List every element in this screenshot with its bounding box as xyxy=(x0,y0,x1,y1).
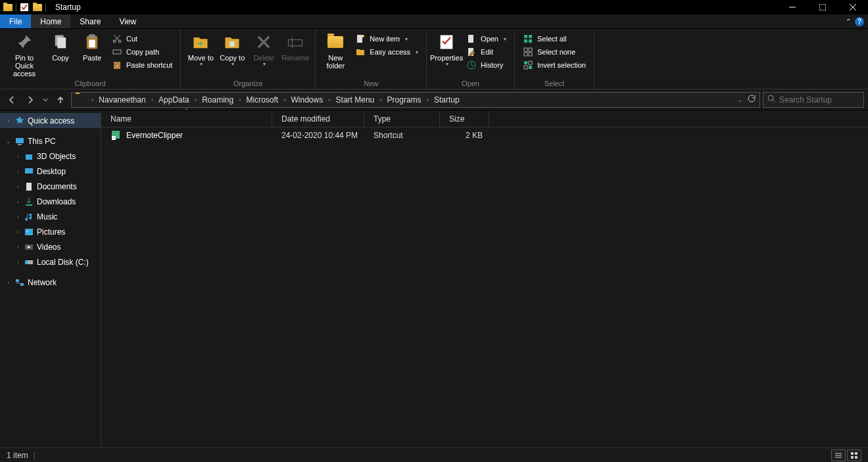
chevron-right-icon[interactable]: › xyxy=(5,118,12,124)
ribbon-tabs: File Home Share View ⌃ ? xyxy=(0,14,868,29)
chevron-right-icon[interactable]: › xyxy=(282,96,287,103)
chevron-right-icon[interactable]: › xyxy=(150,96,155,103)
rename-icon xyxy=(286,33,304,51)
back-button[interactable] xyxy=(4,92,20,108)
tree-item[interactable]: ›Music xyxy=(0,209,101,224)
group-label-new: New xyxy=(364,80,378,89)
chevron-right-icon[interactable]: › xyxy=(14,198,21,205)
crumb[interactable]: Startup xyxy=(430,95,464,104)
sort-indicator-icon: ⌃ xyxy=(184,108,189,114)
rename-button[interactable]: Rename xyxy=(279,30,311,62)
crumb[interactable]: Microsoft xyxy=(243,95,283,104)
chevron-right-icon[interactable]: › xyxy=(237,96,242,103)
open-button[interactable]: Open▾ xyxy=(464,33,509,45)
delete-button[interactable]: Delete▾ xyxy=(248,30,279,68)
chevron-right-icon[interactable]: › xyxy=(14,168,21,175)
ribbon-group-open: Properties▾ Open▾ Edit History Open xyxy=(427,29,515,89)
collapse-ribbon-button[interactable]: ⌃ xyxy=(846,18,851,25)
table-row[interactable]: EvernoteClipper 24-02-2020 10:44 PM Shor… xyxy=(101,127,868,143)
chevron-right-icon[interactable]: › xyxy=(14,183,21,190)
tree-item[interactable]: ›Documents xyxy=(0,179,101,194)
crumb[interactable]: Start Menu xyxy=(332,95,379,104)
tree-item[interactable]: ›Videos xyxy=(0,239,101,254)
edit-button[interactable]: Edit xyxy=(464,46,509,58)
svg-rect-52 xyxy=(25,260,28,264)
chevron-right-icon[interactable]: › xyxy=(327,96,331,103)
tree-item[interactable]: ›Local Disk (C:) xyxy=(0,254,101,269)
minimize-button[interactable] xyxy=(777,0,808,14)
ribbon-group-new: New folder New item▾ Easy access▾ New xyxy=(316,29,427,89)
pin-quickaccess-button[interactable]: Pin to Quick access xyxy=(4,30,45,78)
chevron-right-icon[interactable]: › xyxy=(14,229,21,235)
chevron-right-icon[interactable]: › xyxy=(193,96,198,103)
crumb[interactable]: AppData xyxy=(155,95,193,104)
address-dropdown-button[interactable]: ⌄ xyxy=(737,96,742,103)
chevron-right-icon[interactable]: › xyxy=(14,244,21,250)
chevron-right-icon[interactable]: › xyxy=(14,259,21,266)
svg-rect-32 xyxy=(529,48,532,51)
nav-bar: › Navaneethan› AppData› Roaming› Microso… xyxy=(0,89,868,110)
ribbon: Pin to Quick access Copy Paste Cut Copy … xyxy=(0,29,868,89)
tree-quick-access[interactable]: › Quick access xyxy=(0,113,101,128)
crumb[interactable]: Windows xyxy=(287,95,327,104)
tree-item[interactable]: ›Desktop xyxy=(0,164,101,179)
properties-qat-icon[interactable] xyxy=(19,2,30,12)
tree-item[interactable]: ›3D Objects xyxy=(0,149,101,164)
chevron-right-icon[interactable]: › xyxy=(425,96,430,103)
search-input[interactable] xyxy=(779,95,859,104)
col-size[interactable]: Size xyxy=(440,110,489,127)
help-icon[interactable]: ? xyxy=(855,17,864,26)
col-type[interactable]: Type xyxy=(364,110,440,127)
tab-share[interactable]: Share xyxy=(70,14,110,28)
folder-qat-icon[interactable] xyxy=(32,2,43,12)
cut-button[interactable]: Cut xyxy=(109,33,175,45)
invertselection-button[interactable]: Invert selection xyxy=(520,59,589,71)
crumb[interactable]: Roaming xyxy=(198,95,237,104)
tree-label: 3D Objects xyxy=(37,152,76,161)
newfolder-button[interactable]: New folder xyxy=(320,30,351,70)
chevron-down-icon[interactable]: ⌄ xyxy=(5,138,12,145)
address-bar[interactable]: › Navaneethan› AppData› Roaming› Microso… xyxy=(71,92,760,108)
chevron-right-icon[interactable]: › xyxy=(5,279,12,286)
recent-button[interactable] xyxy=(41,92,50,108)
group-label-clipboard: Clipboard xyxy=(75,80,106,89)
paste-button[interactable]: Paste xyxy=(76,30,108,62)
chevron-right-icon[interactable]: › xyxy=(14,153,21,160)
tree-network[interactable]: › Network xyxy=(0,275,101,290)
selectnone-button[interactable]: Select none xyxy=(520,46,589,58)
tab-file[interactable]: File xyxy=(0,14,31,28)
copy-button[interactable]: Copy xyxy=(45,30,76,62)
svg-rect-43 xyxy=(26,154,32,160)
pasteshortcut-button[interactable]: Paste shortcut xyxy=(109,59,175,71)
up-button[interactable] xyxy=(53,92,68,108)
tab-home[interactable]: Home xyxy=(31,14,70,28)
copyto-button[interactable]: Copy to▾ xyxy=(216,30,248,68)
tree-label: Desktop xyxy=(37,167,66,176)
maximize-button[interactable] xyxy=(808,0,838,14)
close-button[interactable] xyxy=(838,0,868,14)
newitem-button[interactable]: New item▾ xyxy=(352,33,421,45)
properties-button[interactable]: Properties▾ xyxy=(431,30,462,68)
tree-item[interactable]: ›Downloads xyxy=(0,194,101,209)
col-date[interactable]: Date modified xyxy=(272,110,364,127)
details-view-button[interactable] xyxy=(831,450,846,461)
tree-item[interactable]: ›Pictures xyxy=(0,224,101,239)
easyaccess-button[interactable]: Easy access▾ xyxy=(352,46,421,58)
tab-view[interactable]: View xyxy=(110,14,145,28)
chevron-right-icon[interactable]: › xyxy=(378,96,383,103)
moveto-button[interactable]: Move to▾ xyxy=(185,30,216,68)
refresh-button[interactable] xyxy=(746,94,756,105)
col-name[interactable]: Name⌃ xyxy=(101,110,272,127)
crumb[interactable]: Navaneethan xyxy=(95,95,149,104)
history-button[interactable]: History xyxy=(464,59,509,71)
search-box[interactable] xyxy=(763,92,864,108)
scissors-icon xyxy=(112,34,122,44)
selectall-button[interactable]: Select all xyxy=(520,33,589,45)
crumb[interactable]: Programs xyxy=(383,95,425,104)
thumbnails-view-button[interactable] xyxy=(847,450,861,461)
chevron-right-icon[interactable]: › xyxy=(90,96,95,103)
chevron-right-icon[interactable]: › xyxy=(14,214,21,220)
copypath-button[interactable]: Copy path xyxy=(109,46,175,58)
tree-this-pc[interactable]: ⌄ This PC xyxy=(0,133,101,149)
forward-button[interactable] xyxy=(22,92,38,108)
